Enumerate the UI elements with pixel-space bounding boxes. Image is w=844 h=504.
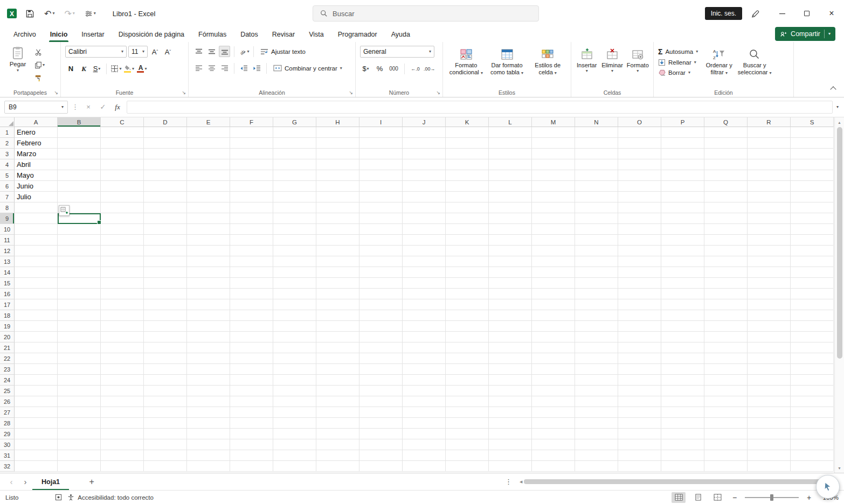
- cell-M1[interactable]: [532, 127, 575, 138]
- cell-D8[interactable]: [144, 202, 187, 213]
- cell-I9[interactable]: [359, 213, 403, 224]
- cell-I15[interactable]: [359, 278, 403, 289]
- expand-formula-bar-icon[interactable]: ▾: [836, 105, 839, 109]
- cell-R8[interactable]: [748, 202, 791, 213]
- cell-N18[interactable]: [575, 310, 618, 321]
- cell-D6[interactable]: [144, 181, 187, 192]
- cell-G7[interactable]: [273, 192, 316, 202]
- cell-E12[interactable]: [187, 246, 230, 256]
- cell-J23[interactable]: [403, 364, 446, 375]
- cell-O23[interactable]: [618, 364, 661, 375]
- cell-G4[interactable]: [273, 159, 316, 170]
- cell-A18[interactable]: [15, 310, 58, 321]
- cell-F10[interactable]: [230, 224, 273, 235]
- cell-S6[interactable]: [791, 181, 834, 192]
- borders-button[interactable]: ▾: [110, 63, 122, 74]
- cell-J28[interactable]: [403, 418, 446, 429]
- column-header-N[interactable]: N: [575, 117, 618, 127]
- cell-P18[interactable]: [661, 310, 704, 321]
- cell-C15[interactable]: [101, 278, 144, 289]
- cell-O24[interactable]: [618, 375, 661, 386]
- cell-O1[interactable]: [618, 127, 661, 138]
- cell-H14[interactable]: [316, 267, 359, 278]
- cell-B25[interactable]: [58, 386, 101, 396]
- cell-D1[interactable]: [144, 127, 187, 138]
- cell-G16[interactable]: [273, 289, 316, 299]
- percent-format-button[interactable]: %: [374, 63, 385, 74]
- cell-A17[interactable]: [15, 299, 58, 310]
- cell-R25[interactable]: [748, 386, 791, 396]
- cell-O6[interactable]: [618, 181, 661, 192]
- cell-P13[interactable]: [661, 256, 704, 267]
- cell-A23[interactable]: [15, 364, 58, 375]
- cell-E16[interactable]: [187, 289, 230, 299]
- cell-A21[interactable]: [15, 342, 58, 353]
- cell-L12[interactable]: [489, 246, 532, 256]
- column-header-Q[interactable]: Q: [704, 117, 748, 127]
- cell-K19[interactable]: [446, 321, 489, 332]
- cell-L13[interactable]: [489, 256, 532, 267]
- cell-A7[interactable]: Julio: [15, 192, 58, 202]
- cell-N20[interactable]: [575, 332, 618, 342]
- cell-Q1[interactable]: [704, 127, 748, 138]
- cell-A13[interactable]: [15, 256, 58, 267]
- column-header-O[interactable]: O: [618, 117, 661, 127]
- cell-I10[interactable]: [359, 224, 403, 235]
- cell-N31[interactable]: [575, 450, 618, 461]
- cell-A19[interactable]: [15, 321, 58, 332]
- select-all-corner[interactable]: [0, 117, 15, 127]
- cell-D16[interactable]: [144, 289, 187, 299]
- align-center-button[interactable]: [206, 62, 217, 74]
- cell-L27[interactable]: [489, 407, 532, 418]
- cell-P4[interactable]: [661, 159, 704, 170]
- cell-C32[interactable]: [101, 461, 144, 472]
- cell-H17[interactable]: [316, 299, 359, 310]
- cell-S25[interactable]: [791, 386, 834, 396]
- cell-N21[interactable]: [575, 342, 618, 353]
- cell-R29[interactable]: [748, 429, 791, 439]
- cell-E4[interactable]: [187, 159, 230, 170]
- autosum-button[interactable]: Σ Autosuma ▾: [658, 47, 698, 56]
- fill-color-button[interactable]: ▾: [123, 63, 135, 74]
- normal-view-button[interactable]: [672, 492, 686, 503]
- cell-O19[interactable]: [618, 321, 661, 332]
- add-sheet-button[interactable]: +: [85, 477, 98, 487]
- cell-A6[interactable]: Junio: [15, 181, 58, 192]
- cell-G8[interactable]: [273, 202, 316, 213]
- cell-M14[interactable]: [532, 267, 575, 278]
- cell-O3[interactable]: [618, 149, 661, 159]
- cell-J9[interactable]: [403, 213, 446, 224]
- cell-J22[interactable]: [403, 353, 446, 364]
- accessibility-status[interactable]: Accesibilidad: todo correcto: [67, 494, 154, 501]
- cell-G10[interactable]: [273, 224, 316, 235]
- cell-D29[interactable]: [144, 429, 187, 439]
- cell-F14[interactable]: [230, 267, 273, 278]
- cell-L18[interactable]: [489, 310, 532, 321]
- cell-O2[interactable]: [618, 138, 661, 149]
- cell-Q12[interactable]: [704, 246, 748, 256]
- cell-I4[interactable]: [359, 159, 403, 170]
- cell-E32[interactable]: [187, 461, 230, 472]
- cell-K2[interactable]: [446, 138, 489, 149]
- cell-K31[interactable]: [446, 450, 489, 461]
- cell-G18[interactable]: [273, 310, 316, 321]
- cell-C1[interactable]: [101, 127, 144, 138]
- increase-decimal-button[interactable]: ←.0: [410, 63, 421, 74]
- row-header-9[interactable]: 9: [0, 213, 15, 224]
- cell-K29[interactable]: [446, 429, 489, 439]
- cell-P20[interactable]: [661, 332, 704, 342]
- cell-E11[interactable]: [187, 235, 230, 246]
- cell-A8[interactable]: [15, 202, 58, 213]
- underline-button[interactable]: S▾: [91, 63, 102, 74]
- cell-L9[interactable]: [489, 213, 532, 224]
- cell-H23[interactable]: [316, 364, 359, 375]
- cell-Q30[interactable]: [704, 439, 748, 450]
- cell-C18[interactable]: [101, 310, 144, 321]
- cell-K16[interactable]: [446, 289, 489, 299]
- cell-D18[interactable]: [144, 310, 187, 321]
- cell-C19[interactable]: [101, 321, 144, 332]
- cell-I5[interactable]: [359, 170, 403, 181]
- collapse-ribbon-icon[interactable]: [830, 86, 836, 92]
- cell-I23[interactable]: [359, 364, 403, 375]
- cell-L25[interactable]: [489, 386, 532, 396]
